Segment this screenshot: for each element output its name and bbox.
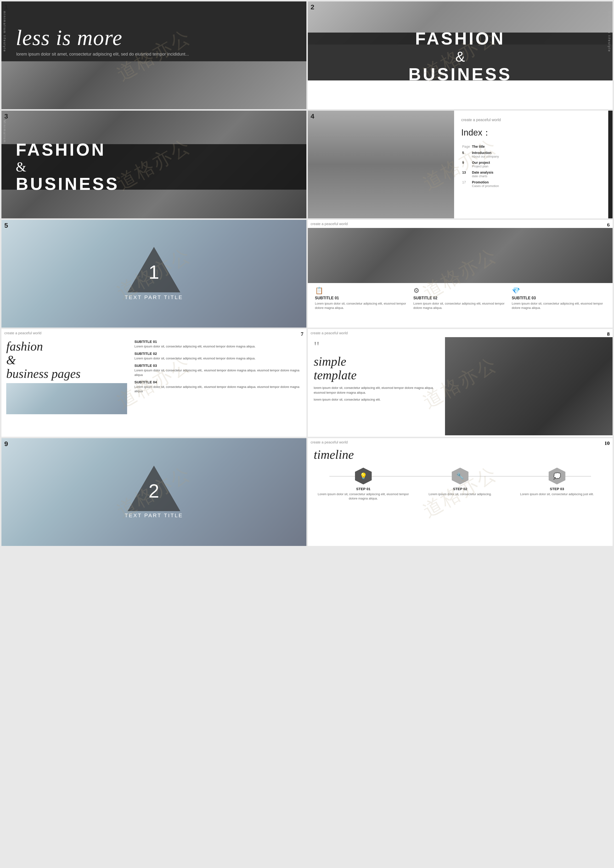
slide-7-sub-text-1: Lorem ipsum dolor sit, consectetur adipi… (134, 344, 301, 349)
slide-8-body2: lorem ipsum dolor sit, consectetur adipi… (314, 397, 439, 402)
slide-4-index-title: Index： (461, 127, 605, 139)
index-entry-sub-2: Project plan (472, 165, 605, 168)
slide-4-top-text: create a peaceful world (461, 118, 605, 122)
index-row-header: Page The title (461, 143, 605, 150)
slide-10-step-1: 💡 STEP 01 Lorem ipsum dolor sit, consect… (315, 467, 412, 501)
slide-9-triangle-wrapper: 2 (125, 466, 183, 511)
index-page-header: Page (461, 143, 471, 150)
slide-7-sub-title-4: SUBTITLE 04 (134, 380, 301, 384)
slide-10-header: create a peaceful world 10 (308, 438, 613, 446)
slide-6-subtitle-2: SUBTITLE 02 (413, 296, 507, 300)
slide-10-timeline-row: 💡 STEP 01 Lorem ipsum dolor sit, consect… (308, 463, 613, 501)
index-row-3: 13 Date analysis date charts (461, 169, 605, 179)
slide-5-triangle: 1 (127, 247, 180, 292)
index-row-4: 17 Promotion Cases of promotion (461, 179, 605, 189)
slide-8-body1: lorem ipsum dolor sit, consectetur adipi… (314, 385, 439, 395)
slide-3-amp: & (16, 159, 119, 175)
slide-7-sub-text-2: Lorem ipsum dolor sit, consectetur adipi… (134, 356, 301, 360)
slide-7-sub-text-4: Lorem ipsum dolor sit, consectetur adipi… (134, 385, 301, 393)
slide-10-number: 10 (605, 440, 610, 446)
index-entry-title-0: The title (472, 144, 605, 149)
slide-6-icon-3: 💎 (512, 287, 605, 295)
slide-8-number: 8 (607, 331, 610, 337)
slide-10-icon-1: 💡 (360, 472, 367, 480)
slide-8-content: " simple template lorem ipsum dolor sit,… (308, 337, 613, 435)
index-entry-sub-1: About our company (472, 155, 605, 158)
slide-6-text-3: Lorem ipsum dolor sit, consectetur adipi… (512, 301, 605, 310)
slide-5-number: 5 (4, 222, 8, 230)
slide-8-left: " simple template lorem ipsum dolor sit,… (308, 337, 445, 435)
slide-6-subtitle-3: SUBTITLE 03 (512, 296, 605, 300)
slide-3-title-block: FASHION & BUSINESS (16, 140, 119, 194)
slide-7-sub-title-2: SUBTITLE 02 (134, 351, 301, 356)
slide-7-number: 7 (301, 331, 304, 337)
slide-7-sub-3: SUBTITLE 03 Lorem ipsum dolor sit, conse… (134, 363, 301, 377)
index-entry-sub-4: Cases of promotion (472, 184, 605, 188)
slide-7-sub-text-3: Lorem ipsum dolor sit, consectetur adipi… (134, 368, 301, 377)
slide-10-step-3: 💭 STEP 03 Lorem ipsum dolor sit, consect… (509, 467, 606, 496)
slide-2-title-block: FASHION & BUSINESS (408, 29, 512, 84)
index-page-4: 17 (461, 179, 471, 189)
slide-10-icon-2: 🔧 (456, 472, 464, 480)
slide-7-sub-title-1: SUBTITLE 01 (134, 340, 301, 344)
slide-6-icon-block-2: ⚙ SUBTITLE 02 Lorem ipsum dolor sit, con… (411, 287, 509, 310)
slide-6-text-2: Lorem ipsum dolor sit, consectetur adipi… (413, 301, 507, 310)
slide-10-step-text-2: Lorem ipsum dolor sit, consectetur adipi… (412, 492, 509, 496)
slide-7-right: SUBTITLE 01 Lorem ipsum dolor sit, conse… (134, 340, 301, 414)
slide-9-triangle: 2 (127, 466, 180, 511)
slide-2-title-line2: BUSINESS (408, 65, 512, 84)
slide-10: create a peaceful world 10 timeline 💡 ST… (308, 438, 613, 546)
slide-1-bg-photo (2, 61, 306, 109)
slide-1-number: 1 (4, 3, 8, 11)
slide-2-amp: & (408, 48, 512, 65)
slide-6-icon-block-3: 💎 SUBTITLE 03 Lorem ipsum dolor sit, con… (509, 287, 608, 310)
slide-1-main-title: less is more (16, 25, 122, 50)
slide-3: FASHION & BUSINESS Minimalism 3 道格亦公 (2, 110, 306, 218)
slide-2-title-line1: FASHION (408, 29, 512, 48)
slide-7-photo (6, 383, 127, 414)
slide-5-triangle-wrapper: 1 (125, 247, 183, 292)
slide-7-sub-2: SUBTITLE 02 Lorem ipsum dolor sit, conse… (134, 351, 301, 360)
slide-4-dark-bar (608, 110, 612, 218)
index-row-1: 5 Introduction About our company (461, 150, 605, 160)
index-entry-title-4: Promotion (472, 180, 605, 184)
slide-6-icon-2: ⚙ (413, 287, 507, 295)
slide-3-title-line2: BUSINESS (16, 175, 119, 194)
slide-6-number: 6 (607, 222, 610, 228)
slide-8-header: create a peaceful world 8 (308, 329, 613, 337)
slide-10-step-text-3: Lorem ipsum dolor sit, consectetur adipi… (509, 492, 606, 496)
slide-10-hex-2: 🔧 (452, 467, 468, 484)
slide-6-icons-row: 📋 SUBTITLE 01 Lorem ipsum dolor sit, con… (308, 283, 613, 310)
slide-5-triangle-num: 1 (149, 261, 160, 283)
index-page-3: 13 (461, 169, 471, 179)
slide-3-number: 3 (4, 113, 8, 120)
slide-6-photo (308, 228, 613, 283)
index-page-1: 5 (461, 150, 471, 160)
slide-7: create a peaceful world 7 fashion & busi… (2, 329, 306, 437)
slide-10-timeline-title: timeline (308, 446, 613, 463)
slide-10-step-num-3: STEP 03 (509, 487, 606, 491)
slide-10-step-text-1: Lorem ipsum dolor sit, consectetur adipi… (315, 492, 412, 501)
slide-3-side-text: Minimalism (3, 120, 6, 143)
slide-2-side-text: Minimalism lifestyle (608, 11, 611, 52)
index-row-2: 9 Our project Project plan (461, 160, 605, 169)
slide-8-top-text: create a peaceful world (311, 331, 348, 337)
index-entry-title-3: Date analysis (472, 171, 605, 174)
slide-2: FASHION & BUSINESS Minimalism lifestyle … (308, 2, 613, 109)
slide-5-triangle-container: 1 TEXT PART TITLE (125, 247, 183, 301)
slide-3-dark-band: FASHION & BUSINESS (2, 144, 306, 189)
slide-6-top-text: create a peaceful world (311, 222, 348, 228)
slide-6-subtitle-1: SUBTITLE 01 (315, 296, 409, 300)
slide-5-part-title: TEXT PART TITLE (125, 294, 183, 301)
slide-2-dark-band: FASHION & BUSINESS (308, 33, 613, 81)
slide-9-triangle-container: 2 TEXT PART TITLE (125, 466, 183, 519)
slide-9-triangle-num: 2 (149, 480, 160, 502)
slide-6: create a peaceful world 6 📋 SUBTITLE 01 … (308, 220, 613, 328)
index-entry-title-1: Introduction (472, 151, 605, 155)
slide-4-index-table: Page The title 5 Introduction About our … (461, 143, 605, 189)
slide-9-number: 9 (4, 440, 8, 448)
slide-1-subtitle: lorem ipsum dolor sit amet, consectetur … (16, 52, 189, 57)
slide-5: 5 1 TEXT PART TITLE 道格亦公 (2, 220, 306, 328)
index-entry-title-2: Our project (472, 161, 605, 165)
slide-6-text-1: Lorem ipsum dolor sit, consectetur adipi… (315, 301, 409, 310)
